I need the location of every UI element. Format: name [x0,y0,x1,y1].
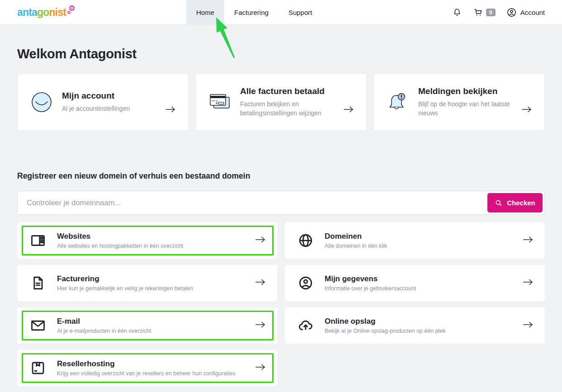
card-subtitle: Alle websites en hostingpakketten in één… [57,243,183,249]
logo-gears-icon: ⚙ ⚙ [67,5,77,18]
card-subtitle: Al je accountinstellingen [62,104,130,113]
arrow-right-icon [255,321,266,330]
credit-card-icon [208,91,231,113]
card-websites[interactable]: Websites Alle websites en hostingpakkett… [17,222,277,259]
account-face-icon [30,91,53,113]
domain-search-bar: Checken [17,191,545,215]
document-icon [30,275,46,291]
domain-search-input[interactable] [18,191,544,214]
card-title: Facturering [57,274,193,283]
card-title: Online opslag [325,317,446,326]
checken-button-label: Checken [507,199,535,207]
notifications-bell-icon[interactable] [452,8,462,18]
logo-part-2: go [37,6,49,18]
browser-icon [30,232,46,249]
card-title: Resellerhosting [57,359,236,368]
account-button[interactable]: Account [506,7,545,18]
nav-facturering[interactable]: Facturering [224,0,279,25]
card-domeinen[interactable]: Domeinen Alle domeinen in één klik [285,222,545,259]
cart-button[interactable]: 0 [473,7,496,18]
arrow-right-icon [522,236,534,245]
card-facturen-betaald[interactable]: Alle facturen betaald Facturen bekijken … [195,73,367,131]
product-cards: Websites Alle websites en hostingpakkett… [17,222,545,386]
card-title: Mijn gegevens [325,274,416,283]
card-subtitle: Hier kun je gemakkelijk en veilig je rek… [57,285,193,292]
cart-icon [473,7,483,18]
card-resellerhosting[interactable]: Resellerhosting Krijg een volledig overz… [17,350,277,386]
card-subtitle: Alle domeinen in één klik [325,243,387,249]
nav-support[interactable]: Support [279,0,322,25]
card-title: Alle facturen betaald [240,86,337,96]
checken-button[interactable]: Checken [487,193,543,213]
page-title: Welkom Antagonist [17,47,545,61]
antagonist-logo[interactable]: antagonist ⚙ ⚙ [17,5,77,20]
account-icon [506,7,517,18]
envelope-icon [30,317,46,334]
logo-part-3: nist [49,6,66,18]
card-subtitle: Facturen bekijken en betalingsinstelling… [240,99,337,118]
account-label: Account [520,9,545,16]
card-subtitle: Informatie over je gebruikersaccount [325,285,416,292]
arrow-right-icon [255,236,266,245]
arrow-right-icon [343,106,354,115]
package-icon [30,360,46,376]
cart-count-badge: 0 [486,9,496,16]
bell-alert-icon [387,91,409,113]
person-icon [298,275,314,291]
arrow-right-icon [165,106,176,115]
card-subtitle: Krijg een volledig overzicht van je rese… [57,370,236,377]
search-icon [495,199,503,207]
card-subtitle: Al je e-mailproducten in één overzicht [57,328,151,334]
quick-cards: Mijn account Al je accountinstellingen A… [17,73,545,131]
arrow-right-icon [521,106,533,115]
card-email[interactable]: E-mail Al je e-mailproducten in één over… [17,307,277,344]
main-nav: Home Facturering Support [186,0,322,25]
arrow-right-icon [255,364,266,373]
arrow-right-icon [522,279,534,288]
logo-part-1: anta [17,6,37,18]
card-subtitle: Bekijk al je Online opslag-producten op … [325,328,446,334]
card-online-opslag[interactable]: Online opslag Bekijk al je Online opslag… [285,307,545,344]
header-actions: 0 Account [452,0,545,25]
globe-icon [298,232,314,249]
card-mijn-gegevens[interactable]: Mijn gegevens Informatie over je gebruik… [285,265,545,301]
arrow-right-icon [255,279,266,288]
card-title: Meldingen bekijken [418,86,515,96]
domain-section-heading: Registreer een nieuw domein of verhuis e… [17,171,545,181]
card-subtitle: Blijf op de hoogte van het laatste nieuw… [418,99,515,118]
card-title: Websites [57,232,183,241]
card-title: Domeinen [325,232,387,241]
main-content: Welkom Antagonist Mijn account Al je acc… [0,47,562,386]
top-navbar: antagonist ⚙ ⚙ Home Facturering Support … [0,0,562,25]
card-title: E-mail [57,317,151,326]
card-meldingen-bekijken[interactable]: Meldingen bekijken Blijf op de hoogte va… [373,73,545,131]
card-facturering[interactable]: Facturering Hier kun je gemakkelijk en v… [17,265,277,301]
nav-home[interactable]: Home [186,0,224,25]
card-mijn-account[interactable]: Mijn account Al je accountinstellingen [17,73,189,131]
cloud-icon [298,317,314,334]
card-title: Mijn account [62,91,130,101]
arrow-right-icon [522,321,534,330]
